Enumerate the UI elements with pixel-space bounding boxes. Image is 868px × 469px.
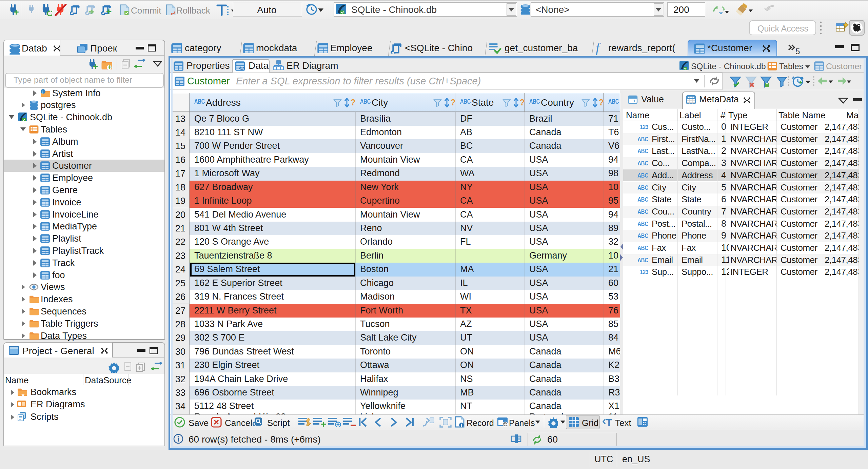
svg-text:5: 5 — [795, 47, 800, 55]
svg-text:+: + — [14, 7, 19, 16]
svg-text:i: i — [42, 89, 44, 95]
svg-text:+: + — [93, 61, 98, 70]
svg-text:+: + — [108, 63, 112, 70]
svg-text:+: + — [106, 6, 112, 15]
svg-text:f: f — [596, 41, 601, 55]
